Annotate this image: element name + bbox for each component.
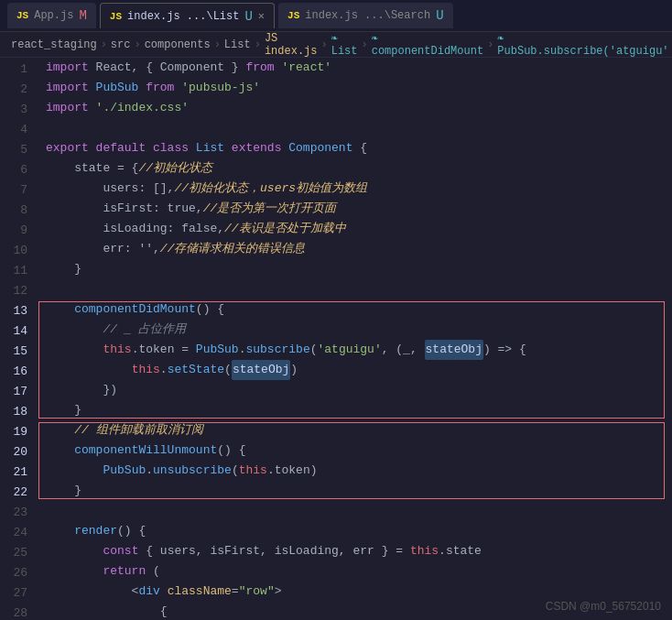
line-numbers: 1 2 3 4 5 6 7 8 9 10 11 12 13 14 15 16 1… <box>0 58 38 620</box>
code-line-17: }) <box>46 380 672 400</box>
code-line-16: this.setState(stateObj) <box>46 360 672 380</box>
code-line-13: componentDidMount() { <box>46 299 672 320</box>
code-line-12 <box>46 279 672 299</box>
code-line-3: import './index.css' <box>46 98 672 118</box>
code-line-4 <box>46 118 672 138</box>
code-line-9: isLoading: false,//表识是否处于加载中 <box>46 219 672 239</box>
code-line-18: } <box>46 400 672 420</box>
tab-close-button[interactable]: ✕ <box>258 9 265 23</box>
code-line-21: PubSub.unsubscribe(this.token) <box>46 461 672 481</box>
tab-unsaved-indicator: U <box>244 9 252 24</box>
tab-label: App.js <box>34 9 73 22</box>
tab-modified-indicator: M <box>79 8 86 23</box>
code-line-10: err: '',//存储请求相关的错误信息 <box>46 239 672 259</box>
tab-index-search[interactable]: JS index.js ...\Search U <box>278 3 452 28</box>
tab-app-js[interactable]: JS App.js M <box>7 3 96 28</box>
tab-bar: JS App.js M JS index.js ...\List U ✕ JS … <box>0 0 672 32</box>
breadcrumb: react_staging › src › components › List … <box>0 32 672 58</box>
code-line-19: // 组件卸载前取消订阅 <box>46 420 672 441</box>
code-line-1: import React, { Component } from 'react' <box>46 58 672 78</box>
code-line-11: } <box>46 259 672 279</box>
watermark: CSDN @m0_56752010 <box>546 600 661 613</box>
code-line-8: isFirst: true,//是否为第一次打开页面 <box>46 199 672 219</box>
code-line-27: <div className="row"> <box>46 582 672 602</box>
code-line-6: state = {//初始化状态 <box>46 158 672 179</box>
code-line-2: import PubSub from 'pubsub-js' <box>46 78 672 98</box>
code-line-22: } <box>46 481 672 501</box>
code-line-15: this.token = PubSub.subscribe('atguigu',… <box>46 340 672 360</box>
code-line-25: const { users, isFirst, isLoading, err }… <box>46 541 672 561</box>
tab-label: index.js ...\List <box>127 10 239 23</box>
code-content: import React, { Component } from 'react'… <box>38 58 672 620</box>
code-line-5: export default class List extends Compon… <box>46 138 672 158</box>
title-bar: JS App.js M JS index.js ...\List U ✕ JS … <box>0 0 672 32</box>
code-line-24: render() { <box>46 521 672 541</box>
code-line-26: return ( <box>46 561 672 582</box>
code-line-14: // _ 占位作用 <box>46 320 672 340</box>
code-line-23 <box>46 501 672 521</box>
editor-area: 1 2 3 4 5 6 7 8 9 10 11 12 13 14 15 16 1… <box>0 58 672 620</box>
code-line-20: componentWillUnmount() { <box>46 441 672 461</box>
tab-label: index.js ...\Search <box>305 9 430 22</box>
js-icon: JS <box>287 10 299 21</box>
code-line-7: users: [],//初始化状态，users初始值为数组 <box>46 179 672 199</box>
tab-unsaved-indicator: U <box>436 8 443 23</box>
js-icon: JS <box>110 11 122 22</box>
tab-index-list[interactable]: JS index.js ...\List U ✕ <box>100 3 275 28</box>
js-icon: JS <box>16 10 28 21</box>
